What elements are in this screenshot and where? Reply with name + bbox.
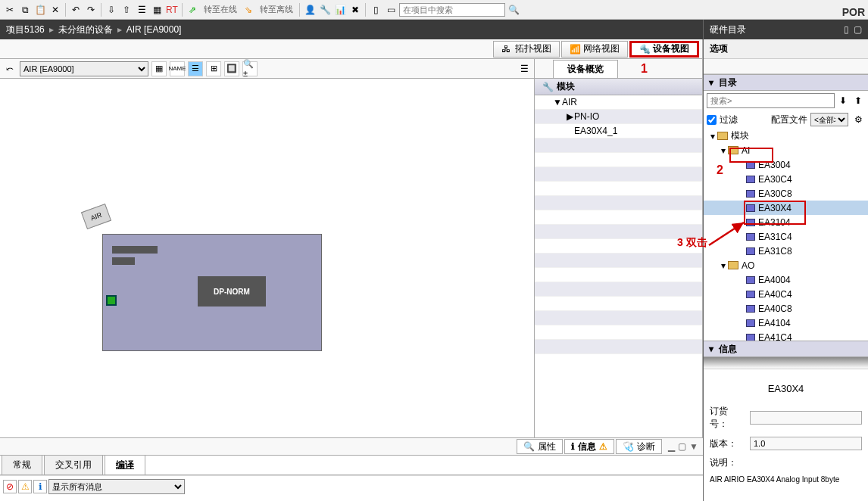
panel-max-icon[interactable]: ▢ <box>678 441 686 452</box>
table-row[interactable] <box>535 282 702 297</box>
info-filter-icon[interactable]: ℹ <box>33 480 47 493</box>
tool2-icon[interactable]: 📊 <box>333 3 347 17</box>
table-row[interactable] <box>535 297 702 311</box>
tab-topology[interactable]: 🖧拓扑视图 <box>493 41 560 58</box>
tab-diagnostics[interactable]: 🩺诊断 <box>616 439 662 454</box>
catalog-title-bar: 硬件目录 ▯▢ <box>704 20 868 39</box>
profile-opt-icon[interactable]: ⚙ <box>851 113 865 126</box>
catalog-search-input[interactable] <box>707 93 835 108</box>
catalog-item[interactable]: EA30C4 <box>704 172 868 186</box>
back-icon[interactable]: ⤺ <box>3 62 17 76</box>
table-row[interactable] <box>535 340 702 354</box>
catalog-item[interactable]: EA40C8 <box>704 301 868 316</box>
project-search-input[interactable] <box>399 3 505 17</box>
go-offline-button[interactable]: 转至离线 <box>257 4 296 15</box>
panel-min-icon[interactable]: ▁ <box>668 441 675 452</box>
simulate-icon[interactable]: ▦ <box>150 3 164 17</box>
run-icon[interactable]: RT <box>165 3 179 17</box>
table-row[interactable] <box>535 268 702 282</box>
table-row[interactable] <box>535 311 702 325</box>
tab-network[interactable]: 📶网络视图 <box>561 41 628 58</box>
info-section[interactable]: ▾信息 <box>704 341 868 357</box>
catalog-section[interactable]: ▾目录 <box>704 74 868 91</box>
order-input[interactable] <box>750 411 862 425</box>
delete-icon[interactable]: ✕ <box>48 3 62 17</box>
name-icon[interactable]: NAME <box>170 61 185 76</box>
search-go-icon[interactable]: 🔍 <box>507 3 520 17</box>
paste-icon[interactable]: 📋 <box>33 3 47 17</box>
catalog-item[interactable]: EA30C8 <box>704 186 868 201</box>
compare-icon[interactable]: ☰ <box>135 3 148 17</box>
crumb-device[interactable]: AIR [EA9000] <box>126 24 182 35</box>
catalog-item[interactable]: EA40C4 <box>704 287 868 301</box>
cut-icon[interactable]: ✂ <box>3 3 17 17</box>
table-row[interactable]: ▶PN-IO <box>535 110 702 124</box>
panel-max-icon[interactable]: ▢ <box>854 24 862 35</box>
table-row[interactable]: EA30X4_1 <box>535 124 702 138</box>
chevron-down-icon: ▾ <box>707 77 716 88</box>
catalog-item[interactable]: EA4004 <box>704 272 868 287</box>
tab-properties[interactable]: 🔍属性 <box>517 439 563 454</box>
warn-filter-icon[interactable]: ⚠ <box>18 480 32 493</box>
device-overview-panel: 设备概览 1 🔧 模块 ▼AIR▶PN-IOEA30X4_1 ◄ ► <box>535 59 702 454</box>
catalog-item[interactable]: ▾AO <box>704 258 868 272</box>
grid-icon[interactable]: ▦ <box>151 61 167 76</box>
zoom-fit-icon[interactable]: 🔲 <box>224 61 239 76</box>
device-port[interactable] <box>106 295 117 306</box>
overview-tab[interactable]: 设备概览 <box>553 60 618 78</box>
message-filter-select[interactable]: 显示所有消息 <box>48 479 185 494</box>
search-up-icon[interactable]: ⬆ <box>851 94 865 107</box>
link-icon[interactable]: ⇗ <box>186 3 199 17</box>
table-row[interactable] <box>535 182 702 196</box>
catalog-item[interactable]: EA41C4 <box>704 330 868 341</box>
tool-icon[interactable]: 🔧 <box>318 3 332 17</box>
filter-checkbox[interactable] <box>707 115 717 125</box>
catalog-item[interactable]: ▾模块 <box>704 129 868 143</box>
table-row[interactable] <box>535 167 702 182</box>
split-v-icon[interactable]: ▭ <box>384 3 398 17</box>
tab-network-label: 网络视图 <box>583 42 620 55</box>
search-down-icon[interactable]: ⬇ <box>836 94 850 107</box>
unlink-icon[interactable]: ⇘ <box>242 3 255 17</box>
table-row[interactable] <box>535 325 702 340</box>
table-row[interactable] <box>535 254 702 268</box>
table-row[interactable]: ▼AIR <box>535 95 702 110</box>
download-icon[interactable]: ⇩ <box>105 3 118 17</box>
go-online-button[interactable]: 转至在线 <box>201 4 240 15</box>
tab-device[interactable]: 🔩设备视图 <box>629 41 699 58</box>
panel-toggle-icon[interactable]: ☰ <box>517 62 531 76</box>
accessible-icon[interactable]: 👤 <box>303 3 317 17</box>
crumb-project[interactable]: 项目5136 <box>6 23 45 36</box>
tab-general[interactable]: 常规 <box>2 455 42 475</box>
struct-icon[interactable]: ⊞ <box>206 61 221 76</box>
close-tool-icon[interactable]: ✖ <box>348 3 362 17</box>
tab-xref[interactable]: 交叉引用 <box>44 455 103 475</box>
error-filter-icon[interactable]: ⊘ <box>3 480 17 493</box>
zoom-icon[interactable]: 🔍± <box>242 61 258 76</box>
upload-icon[interactable]: ⇧ <box>120 3 133 17</box>
table-row[interactable] <box>535 138 702 153</box>
version-input[interactable] <box>750 437 862 450</box>
tab-info[interactable]: ℹ信息⚠ <box>564 439 614 454</box>
device-tag[interactable]: AIR <box>81 204 111 229</box>
crumb-group[interactable]: 未分组的设备 <box>58 23 113 36</box>
panel-min-icon[interactable]: ▯ <box>844 24 849 35</box>
table-row[interactable] <box>535 153 702 167</box>
undo-icon[interactable]: ↶ <box>69 3 83 17</box>
table-row[interactable] <box>535 210 702 225</box>
device-module[interactable]: DP-NORM <box>102 234 322 351</box>
profile-select[interactable]: <全部> <box>810 113 848 126</box>
tab-compile[interactable]: 编译 <box>105 455 145 475</box>
copy-icon[interactable]: ⧉ <box>18 3 32 17</box>
catalog-item[interactable]: EA4104 <box>704 316 868 330</box>
redo-icon[interactable]: ↷ <box>84 3 98 17</box>
panel-dn-icon[interactable]: ▼ <box>689 441 698 452</box>
device-canvas[interactable]: AIR DP-NORM <box>0 79 534 437</box>
catalog-item[interactable]: EA3004 <box>704 157 868 172</box>
layer-icon[interactable]: ☰ <box>188 61 203 76</box>
table-row[interactable] <box>535 196 702 210</box>
device-select[interactable]: AIR [EA9000] <box>20 61 148 76</box>
catalog-item[interactable]: ▾AI <box>704 143 868 157</box>
overview-tree[interactable]: ▼AIR▶PN-IOEA30X4_1 <box>535 95 702 437</box>
split-h-icon[interactable]: ▯ <box>369 3 382 17</box>
